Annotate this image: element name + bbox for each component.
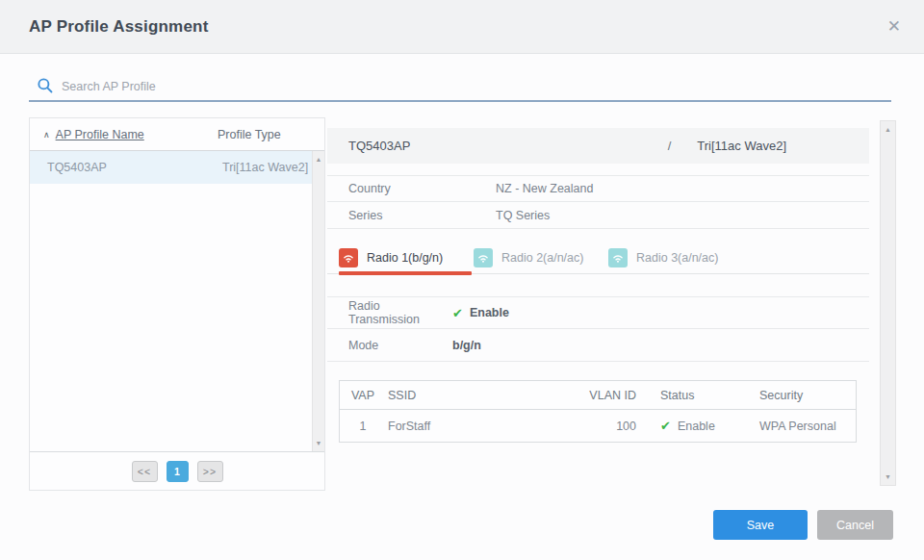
profile-list: TQ5403AP Tri[11ac Wave2] ▲ ▼ — [30, 151, 324, 451]
profile-list-panel: ∧ AP Profile Name Profile Type TQ5403AP … — [29, 117, 325, 491]
profile-name-cell: TQ5403AP — [47, 161, 222, 174]
security-column-header: Security — [759, 389, 856, 402]
pagination-next-button[interactable]: >> — [197, 461, 223, 482]
column-profile-type: Profile Type — [218, 128, 281, 141]
country-value: NZ - New Zealand — [496, 182, 593, 195]
security-cell: WPA Personal — [759, 420, 856, 433]
dialog-header: AP Profile Assignment ✕ — [0, 0, 924, 54]
ssid-cell: ForStaff — [386, 420, 577, 433]
country-label: Country — [348, 182, 496, 195]
search-bar — [29, 73, 891, 102]
vlan-column-header: VLAN ID — [577, 389, 636, 402]
profile-row-selected[interactable]: TQ5403AP Tri[11ac Wave2] — [30, 151, 324, 184]
search-icon — [37, 77, 54, 94]
radio-transmission-value: Enable — [470, 306, 509, 319]
mode-row: Mode b/g/n — [327, 329, 869, 362]
radio-tabs: Radio 1(b/g/n) Radio 2(a/n/ac) — [327, 242, 869, 274]
mode-label: Mode — [348, 339, 452, 352]
vap-table-row: 1 ForStaff 100 ✔ Enable WPA Personal — [340, 410, 856, 442]
sort-asc-icon[interactable]: ∧ — [43, 130, 50, 140]
detail-profile-name: TQ5403AP — [348, 139, 410, 153]
scroll-up-icon[interactable]: ▲ — [881, 126, 895, 133]
tab-radio-1[interactable]: Radio 1(b/g/n) — [339, 242, 474, 273]
series-label: Series — [348, 209, 496, 222]
detail-header-bar: TQ5403AP / Tri[11ac Wave2] — [327, 128, 869, 164]
wifi-icon — [339, 248, 358, 267]
wifi-icon — [474, 248, 493, 267]
save-button[interactable]: Save — [713, 510, 808, 540]
left-list-scrollbar[interactable]: ▲ ▼ — [312, 151, 324, 451]
tab-radio-2-label: Radio 2(a/n/ac) — [501, 251, 583, 265]
info-row-country: Country NZ - New Zealand — [327, 175, 869, 202]
info-row-series: Series TQ Series — [327, 202, 869, 229]
radio-transmission-label: Radio Transmission — [348, 299, 452, 326]
scroll-up-icon[interactable]: ▲ — [313, 156, 324, 163]
close-icon[interactable]: ✕ — [887, 18, 901, 35]
radio-settings-table: Radio Transmission ✔ Enable Mode b/g/n — [327, 296, 869, 362]
mode-value: b/g/n — [452, 339, 481, 352]
cancel-button[interactable]: Cancel — [817, 510, 893, 540]
detail-separator: / — [668, 139, 672, 153]
check-icon: ✔ — [452, 306, 463, 320]
dialog-title: AP Profile Assignment — [29, 17, 209, 37]
pagination-page-1-button[interactable]: 1 — [167, 461, 189, 482]
profile-detail-panel: TQ5403AP / Tri[11ac Wave2] Country NZ - … — [327, 128, 869, 443]
vlan-cell: 100 — [577, 420, 636, 433]
tab-radio-2[interactable]: Radio 2(a/n/ac) — [474, 242, 608, 273]
detail-profile-type: Tri[11ac Wave2] — [697, 139, 786, 153]
detail-scrollbar[interactable]: ▲ ▼ — [880, 120, 896, 486]
active-tab-indicator — [339, 271, 472, 275]
pagination-prev-button[interactable]: << — [132, 461, 158, 482]
profile-list-header: ∧ AP Profile Name Profile Type — [30, 118, 324, 151]
tab-radio-1-label: Radio 1(b/g/n) — [367, 251, 443, 265]
ap-profile-assignment-dialog: AP Profile Assignment ✕ ∧ AP Profile Nam… — [0, 0, 924, 560]
pagination: << 1 >> — [30, 451, 324, 490]
profile-type-cell: Tri[11ac Wave2] — [222, 161, 308, 174]
detail-info-table: Country NZ - New Zealand Series TQ Serie… — [327, 175, 869, 229]
tab-radio-3[interactable]: Radio 3(a/n/ac) — [608, 242, 743, 273]
wifi-icon — [608, 248, 628, 267]
scroll-down-icon[interactable]: ▼ — [313, 440, 324, 446]
check-icon: ✔ — [660, 419, 671, 433]
column-ap-profile-name[interactable]: AP Profile Name — [56, 128, 144, 141]
search-input[interactable] — [62, 75, 891, 98]
vap-table-header: VAP SSID VLAN ID Status Security — [340, 381, 856, 410]
tab-radio-3-label: Radio 3(a/n/ac) — [636, 251, 718, 265]
status-cell: ✔ Enable — [636, 419, 759, 433]
status-column-header: Status — [636, 389, 759, 402]
series-value: TQ Series — [496, 209, 550, 222]
radio-transmission-row: Radio Transmission ✔ Enable — [327, 296, 869, 329]
vap-cell: 1 — [340, 420, 386, 433]
vap-column-header: VAP — [340, 389, 386, 402]
scroll-down-icon[interactable]: ▼ — [881, 473, 895, 480]
ssid-column-header: SSID — [386, 389, 577, 402]
vap-table: VAP SSID VLAN ID Status Security 1 ForSt… — [339, 380, 857, 443]
